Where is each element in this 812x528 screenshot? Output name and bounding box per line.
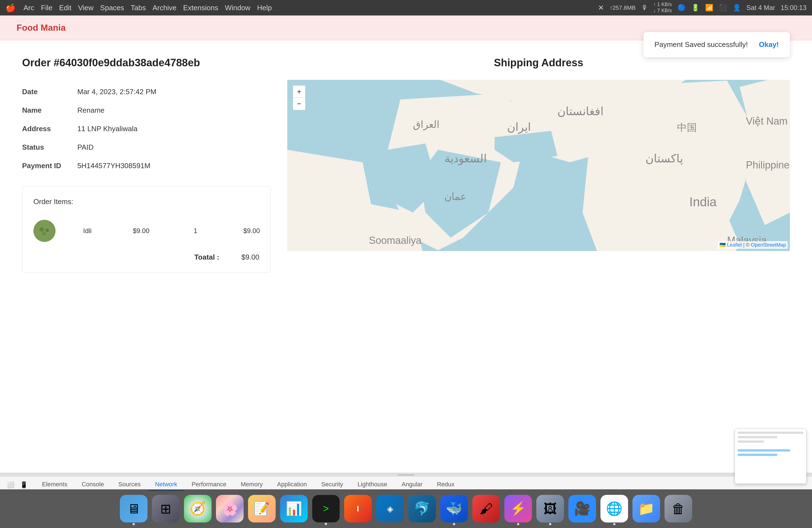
- dock-safari[interactable]: 🧭: [184, 495, 212, 523]
- dock: 🖥 ⊞ 🧭 🌸 📝 📊 > I ◈ 🐬 🐳 🖌 ⚡ 🖼: [0, 489, 812, 528]
- dock-notes[interactable]: 📝: [248, 495, 276, 523]
- preview-line-1: [738, 431, 803, 434]
- menu-tabs[interactable]: Tabs: [131, 4, 146, 12]
- keynote-icon: 📊: [286, 501, 302, 516]
- wifi-icon: 📶: [705, 4, 713, 12]
- mysql-icon: 🐬: [414, 501, 430, 516]
- dock-photos[interactable]: 🌸: [216, 495, 244, 523]
- finder-icon: 🖥: [127, 501, 140, 516]
- svg-text:پاکستان: پاکستان: [646, 152, 683, 165]
- preview-lines: [738, 431, 803, 456]
- dock-terminal[interactable]: >: [312, 495, 340, 523]
- menu-help[interactable]: Help: [257, 4, 272, 12]
- dock-paintbrush[interactable]: 🖌: [472, 495, 500, 523]
- map-attribution: 🇺🇦 Leaflet | © OpenStreetMap: [718, 241, 788, 249]
- bluetooth-icon: 🔵: [678, 4, 686, 12]
- safari-icon: 🧭: [189, 501, 206, 516]
- detail-row-name: Name Rename: [22, 101, 271, 120]
- preview-line-3: [738, 440, 764, 443]
- total-row: Toatal : $9.00: [33, 247, 259, 262]
- window-preview-thumbnail: [735, 429, 807, 484]
- shipping-title: Shipping Address: [287, 57, 790, 69]
- battery-icon: 🔋: [691, 4, 700, 12]
- dock-vscode[interactable]: ◈: [376, 495, 404, 523]
- dock-keynote[interactable]: 📊: [280, 495, 308, 523]
- menu-file[interactable]: File: [41, 4, 53, 12]
- menu-arc[interactable]: Arc: [24, 4, 34, 12]
- menu-window[interactable]: Window: [225, 4, 250, 12]
- zoom-in-button[interactable]: +: [293, 86, 305, 98]
- inspect-element-icon[interactable]: ⬜: [5, 480, 15, 490]
- arc-icon: ⚡: [510, 501, 526, 516]
- dock-arc[interactable]: ⚡: [504, 495, 532, 523]
- devtools-drag-handle[interactable]: [0, 473, 812, 476]
- user-icon[interactable]: 👤: [733, 4, 741, 12]
- menu-edit[interactable]: Edit: [59, 4, 72, 12]
- paintbrush-icon: 🖌: [479, 501, 493, 516]
- chrome-running-dot: [613, 523, 615, 525]
- leaflet-link[interactable]: 🇺🇦 Leaflet: [720, 242, 742, 248]
- svg-point-3: [42, 232, 46, 236]
- network-speeds: ↑ 1 KB/s ↓ 7 KB/s: [653, 2, 672, 14]
- files-icon: 📁: [638, 501, 655, 516]
- dock-mysql[interactable]: 🐬: [408, 495, 436, 523]
- date-label: Date: [22, 88, 77, 96]
- control-center-icon[interactable]: ⬛: [719, 4, 727, 12]
- svg-text:عمان: عمان: [445, 191, 466, 202]
- device-toggle-icon[interactable]: 📱: [19, 480, 29, 490]
- map-container: Ўзбекистон Туркменистон افغانستان 中国 ایر…: [287, 80, 790, 251]
- zoom-out-button[interactable]: −: [293, 98, 305, 110]
- preview-running-dot: [549, 523, 551, 525]
- menu-archive[interactable]: Archive: [153, 4, 176, 12]
- titlebar: 🍎 Arc File Edit View Spaces Tabs Archive…: [0, 0, 812, 15]
- mic-icon: 🎙: [641, 4, 648, 12]
- svg-text:Soomaaliya: Soomaaliya: [369, 235, 422, 246]
- order-section: Order #64030f0e9ddab38ade4788eb Date Mar…: [22, 57, 271, 273]
- name-value: Rename: [77, 106, 104, 115]
- dock-chrome[interactable]: 🌐: [600, 495, 628, 523]
- vscode-icon: ◈: [387, 504, 393, 514]
- devtools-icons-left: ⬜ 📱: [5, 480, 29, 490]
- dock-intellij[interactable]: I: [344, 495, 372, 523]
- chrome-icon: 🌐: [606, 501, 623, 516]
- dock-zoom[interactable]: 🎥: [568, 495, 596, 523]
- dock-trash[interactable]: 🗑: [665, 495, 692, 523]
- payment-id-label: Payment ID: [22, 162, 77, 170]
- map-svg: Ўзбекистон Туркменистон افغانستان 中国 ایر…: [287, 80, 790, 251]
- preview-line-blue-1: [738, 449, 790, 452]
- total-value: $9.00: [242, 253, 259, 262]
- intellij-icon: I: [357, 504, 359, 513]
- terminal-running-dot: [325, 523, 327, 525]
- launchpad-icon: ⊞: [160, 501, 171, 516]
- item-image: [33, 220, 56, 242]
- docker-running-dot: [453, 523, 455, 525]
- order-details-table: Date Mar 4, 2023, 2:57:42 PM Name Rename…: [22, 83, 271, 175]
- menu-view[interactable]: View: [78, 4, 93, 12]
- svg-text:افغانستان: افغانستان: [557, 105, 604, 118]
- order-items-label: Order Items:: [33, 197, 259, 206]
- dock-docker[interactable]: 🐳: [440, 495, 468, 523]
- titlebar-right: ✕ ↑257.8MB 🎙 ↑ 1 KB/s ↓ 7 KB/s 🔵 🔋 📶 ⬛ 👤…: [598, 2, 807, 14]
- site-title: Food Mania: [17, 23, 66, 33]
- preview-line-2: [738, 436, 777, 438]
- dock-preview[interactable]: 🖼: [536, 495, 564, 523]
- address-value: 11 LNP Khyaliwala: [77, 124, 137, 133]
- toast-okay-button[interactable]: Okay!: [759, 40, 779, 49]
- openstreetmap-link[interactable]: OpenStreetMap: [751, 242, 786, 248]
- menu-extensions[interactable]: Extensions: [183, 4, 218, 12]
- address-label: Address: [22, 124, 77, 133]
- detail-row-address: Address 11 LNP Khyaliwala: [22, 120, 271, 138]
- item-qty: 1: [193, 227, 210, 235]
- close-icon[interactable]: ✕: [598, 4, 604, 12]
- order-item-row: Idli $9.00 1 $9.00: [33, 214, 259, 247]
- menu-spaces[interactable]: Spaces: [100, 4, 124, 12]
- item-image-svg: [33, 220, 56, 242]
- dock-finder[interactable]: 🖥: [120, 495, 147, 523]
- dock-files[interactable]: 📁: [633, 495, 660, 523]
- map-copyright: | ©: [743, 242, 751, 248]
- svg-text:India: India: [690, 195, 717, 209]
- status-value: PAID: [77, 143, 93, 151]
- dock-launchpad[interactable]: ⊞: [152, 495, 179, 523]
- date-value: Mar 4, 2023, 2:57:42 PM: [77, 88, 156, 96]
- apple-menu[interactable]: 🍎: [5, 3, 16, 13]
